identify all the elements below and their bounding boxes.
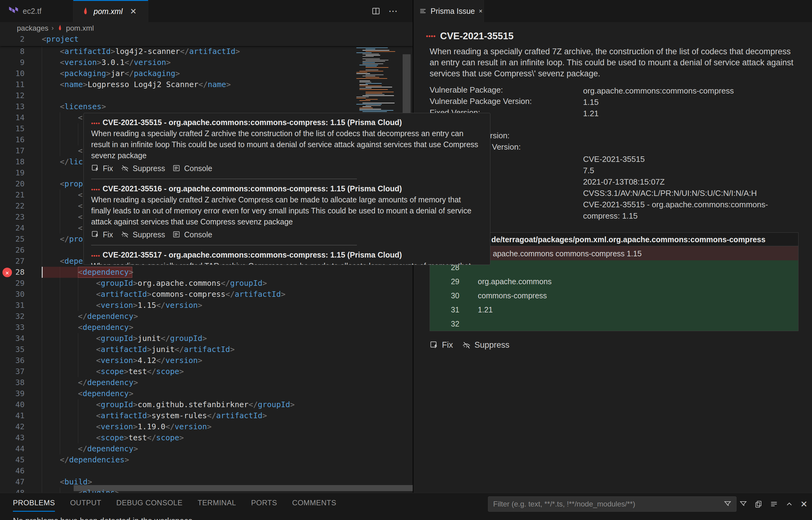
tab-prisma-issue[interactable]: Prisma Issue ✕ xyxy=(413,0,484,22)
diff-line-number: 30 xyxy=(442,291,460,300)
code-line-12[interactable]: 12 xyxy=(0,90,413,101)
suppress-button[interactable]: Suppress xyxy=(462,340,510,350)
close-icon[interactable]: ✕ xyxy=(478,8,483,14)
filter-icon[interactable] xyxy=(739,500,747,508)
code-line-28[interactable]: ✕28<dependency> xyxy=(0,267,413,278)
fix-icon xyxy=(91,164,100,173)
maven-icon xyxy=(81,7,89,16)
panel-tab-ports[interactable]: PORTS xyxy=(251,498,277,512)
breadcrumb-item-pomxml[interactable]: pom.xml xyxy=(66,24,94,32)
diff-added-row: 32 xyxy=(430,317,798,331)
code-line-29[interactable]: 29<groupId>org.apache.commons</groupId> xyxy=(0,278,413,289)
line-number: 17 xyxy=(0,145,25,156)
code-line-13[interactable]: 13<licenses> xyxy=(0,101,413,112)
action-label: Console xyxy=(184,164,212,173)
diff-line-text: 1.21 xyxy=(478,305,493,314)
close-panel-icon[interactable]: ✕ xyxy=(800,499,807,509)
problem-hover-tooltip[interactable]: ••••CVE-2021-35515 - org.apache.commons:… xyxy=(83,113,490,265)
suppress-button[interactable]: Suppress xyxy=(120,164,165,173)
close-icon[interactable]: ✕ xyxy=(130,7,137,16)
diff-added-row: 30commons-compress xyxy=(430,288,798,303)
code-line-9[interactable]: 9<version>3.0.1</version> xyxy=(0,57,413,68)
panel-tab-terminal[interactable]: TERMINAL xyxy=(198,498,236,512)
minimap-line xyxy=(363,111,387,112)
group-by-icon[interactable] xyxy=(754,500,763,508)
editor-tab-bar: ec2.tf pom.xml ✕ ⋯ Prisma Issue ✕ xyxy=(0,0,812,22)
code-line-40[interactable]: 40<groupId>com.github.stefanbirkner</gro… xyxy=(0,399,413,410)
code-line-34[interactable]: 34<groupId>junit</groupId> xyxy=(0,333,413,344)
fix-icon xyxy=(429,341,439,350)
code-line-32[interactable]: 32</dependency> xyxy=(0,311,413,322)
code-line-39[interactable]: 39<dependency> xyxy=(0,388,413,399)
chevron-up-icon[interactable] xyxy=(785,500,794,508)
indent-guide xyxy=(60,322,60,333)
minimap-line xyxy=(356,78,387,79)
line-number: 35 xyxy=(0,344,25,355)
indent-guide xyxy=(60,311,60,322)
code-line-10[interactable]: 10<packaging>jar</packaging> xyxy=(0,68,413,79)
filter-input[interactable] xyxy=(488,500,723,508)
filter-funnel-icon[interactable] xyxy=(723,500,732,508)
console-button[interactable]: Console xyxy=(172,230,212,239)
code-line-30[interactable]: 30<artifactId>commons-compress</artifact… xyxy=(0,289,413,300)
detail-value: compress: 1.15 xyxy=(583,210,638,222)
code-text: < xyxy=(78,212,82,223)
suppress-button[interactable]: Suppress xyxy=(120,230,165,239)
code-line-37[interactable]: 37<scope>test</scope> xyxy=(0,366,413,377)
code-text: < xyxy=(78,223,82,234)
minimap-line xyxy=(359,82,371,82)
minimap-line xyxy=(363,58,380,59)
code-line-38[interactable]: 38</dependency> xyxy=(0,377,413,388)
minimap-line xyxy=(366,99,378,100)
more-actions-icon[interactable]: ⋯ xyxy=(389,6,398,16)
sticky-scroll-line[interactable]: 2 <project xyxy=(0,34,413,46)
tab-pom-xml[interactable]: pom.xml ✕ xyxy=(73,0,148,22)
panel-tab-output[interactable]: OUTPUT xyxy=(70,498,101,512)
code-line-42[interactable]: 42<version>1.19.0</version> xyxy=(0,421,413,432)
panel-tab-problems[interactable]: PROBLEMS xyxy=(13,498,55,512)
line-number: 20 xyxy=(0,178,25,189)
indent-guide xyxy=(78,399,78,410)
tab-ec2-tf[interactable]: ec2.tf xyxy=(0,0,73,22)
indent-guide xyxy=(60,333,60,344)
console-icon xyxy=(172,230,181,239)
view-as-list-icon[interactable] xyxy=(770,500,778,508)
minimap-line xyxy=(366,93,383,94)
line-number: 44 xyxy=(0,443,25,454)
code-line-46[interactable]: 46 xyxy=(0,465,413,476)
code-line-35[interactable]: 35<artifactId>junit</artifactId> xyxy=(0,344,413,355)
code-line-31[interactable]: 31<version>1.15</version> xyxy=(0,300,413,311)
code-line-43[interactable]: 43<scope>test</scope> xyxy=(0,432,413,443)
code-line-8[interactable]: 8<artifactId>log4j2-scanner</artifactId> xyxy=(0,46,413,57)
code-text: <version>1.15</version> xyxy=(96,300,202,311)
line-number: 8 xyxy=(0,46,25,57)
detail-label: Vulnerable Package Version: xyxy=(429,97,532,106)
indent-guide xyxy=(60,201,60,212)
panel-tab-debug-console[interactable]: DEBUG CONSOLE xyxy=(116,498,182,512)
split-editor-icon[interactable] xyxy=(371,6,380,16)
fix-button[interactable]: Fix xyxy=(429,340,453,350)
tab-label: ec2.tf xyxy=(23,7,42,16)
console-button[interactable]: Console xyxy=(172,164,212,173)
code-line-41[interactable]: 41<artifactId>system-rules</artifactId> xyxy=(0,410,413,421)
minimap-line xyxy=(363,54,379,54)
minimap-line xyxy=(359,109,381,109)
horizontal-scrollbar[interactable] xyxy=(74,485,413,491)
breadcrumb-item-packages[interactable]: packages xyxy=(17,24,48,32)
panel-tab-comments[interactable]: COMMENTS xyxy=(292,498,336,512)
detail-value: 1.15 xyxy=(583,97,599,108)
code-line-45[interactable]: 45</dependencies> xyxy=(0,454,413,465)
code-line-11[interactable]: 11<name>Logpresso Log4j2 Scanner</name> xyxy=(0,79,413,90)
line-number: 13 xyxy=(0,101,25,112)
eye-off-icon xyxy=(462,341,471,350)
code-line-44[interactable]: 44</dependency> xyxy=(0,443,413,454)
line-number: 15 xyxy=(0,123,25,134)
fix-button[interactable]: Fix xyxy=(91,164,113,173)
minimap-line xyxy=(366,49,375,49)
line-number: 23 xyxy=(0,212,25,223)
diff-line-number: 31 xyxy=(442,305,460,314)
code-line-36[interactable]: 36<version>4.12</version> xyxy=(0,355,413,366)
code-line-33[interactable]: 33<dependency> xyxy=(0,322,413,333)
fix-button[interactable]: Fix xyxy=(91,230,113,239)
indent-guide xyxy=(60,134,60,145)
